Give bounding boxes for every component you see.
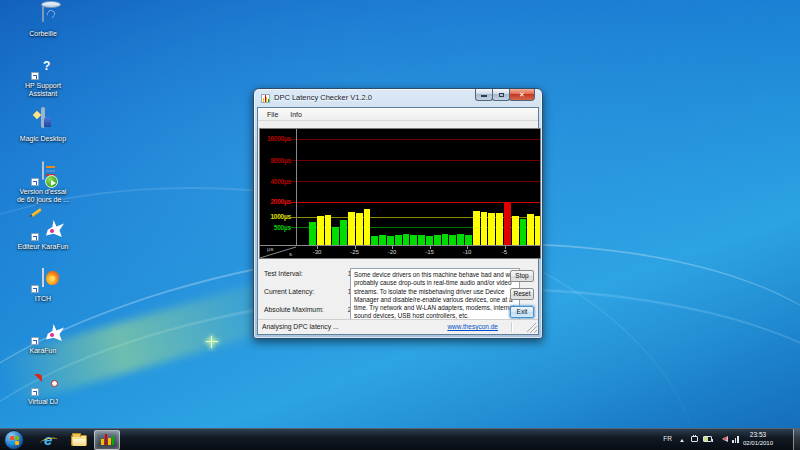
menu-item-file[interactable]: File: [262, 110, 283, 119]
latency-bar: [418, 235, 425, 245]
desktop-icon-label: HP SupportAssistant: [15, 82, 71, 97]
language-indicator[interactable]: FR: [663, 435, 672, 442]
latency-bar: [473, 211, 480, 245]
maximize-icon: [499, 93, 504, 97]
desktop-icon-label: Virtual DJ: [15, 398, 71, 406]
desktop-icon-label: Version d'essaide 60 jours de ...: [15, 188, 71, 203]
maximize-button[interactable]: [492, 89, 510, 101]
battery-icon[interactable]: [703, 436, 712, 442]
minimize-button[interactable]: [475, 89, 493, 101]
x-axis: -30-25-20-15-10-5: [296, 245, 540, 258]
reset-button[interactable]: Reset: [510, 288, 534, 300]
recycle-bin-icon: [31, 4, 55, 28]
latency-bar: [395, 235, 402, 245]
clock[interactable]: 23:53 02/01/2010: [738, 431, 778, 447]
chart-plot-area: [296, 129, 540, 245]
desktop-icon-karafun-editor[interactable]: Editeur KaraFun: [15, 217, 71, 251]
desktop-icon-magic-desktop[interactable]: Magic Desktop: [15, 109, 71, 143]
stat-label: Current Latency:: [264, 288, 314, 295]
resize-grip[interactable]: [527, 323, 537, 333]
x-unit-label: s: [289, 251, 292, 257]
folder-icon: [71, 435, 87, 446]
y-axis-label-8000: 8000µs: [270, 157, 291, 165]
app-icon: [261, 94, 270, 103]
latency-bar: [340, 220, 347, 245]
latency-bar: [512, 216, 519, 245]
action-buttons: StopResetExit: [510, 270, 534, 324]
desktop-icon-trial[interactable]: Version d'essaide 60 jours de ...: [15, 162, 71, 203]
trial-icon: [31, 162, 55, 186]
taskbar-item-internet-explorer[interactable]: e: [38, 430, 64, 450]
power-plug-icon[interactable]: [691, 436, 698, 442]
desktop: CorbeilleHP SupportAssistantMagic Deskto…: [0, 0, 800, 450]
latency-bar: [387, 236, 394, 245]
latency-bar: [449, 235, 456, 245]
trial-art: [42, 161, 44, 180]
taskbar: e FR 23:53 02/01/2010: [0, 428, 800, 450]
minimize-icon: [481, 95, 487, 97]
shortcut-arrow-icon: [31, 233, 39, 241]
desktop-icon-label: Magic Desktop: [15, 135, 71, 143]
desktop-icon-virtual-dj[interactable]: Virtual DJ: [15, 372, 71, 406]
menu-item-info[interactable]: Info: [285, 110, 307, 119]
latency-bar: [457, 234, 464, 245]
desktop-icon-label: Corbeille: [15, 30, 71, 38]
info-text-box: Some device drivers on this machine beha…: [350, 268, 520, 321]
x-axis-label: -20: [382, 249, 402, 255]
exit-button[interactable]: Exit: [510, 306, 534, 318]
latency-bar: [356, 213, 363, 245]
latency-bar: [317, 216, 324, 245]
bird-icon: [46, 219, 64, 237]
show-desktop-button[interactable]: [793, 429, 800, 450]
latency-bar: [527, 214, 534, 245]
desktop-icon-label: KaraFun: [15, 347, 71, 355]
latency-bar: [309, 222, 316, 245]
stat-label: Absolute Maximum:: [264, 306, 324, 313]
y-axis-label-500: 500µs: [274, 224, 291, 232]
dpc-app-icon: [101, 434, 114, 445]
magic-desktop-icon: [31, 109, 55, 133]
y-axis-label-1000: 1000µs: [270, 213, 291, 221]
x-axis-label: -30: [307, 249, 327, 255]
desktop-icon-itch[interactable]: ITCH: [15, 269, 71, 303]
itch-art: [42, 268, 44, 287]
clock-time: 23:53: [738, 431, 778, 439]
y-axis-labels: 500µs1000µs2000µs4000µs8000µs16000µs: [260, 129, 296, 245]
virtual-dj-icon: [31, 372, 55, 396]
stat-row: Current Latency:1233 µs: [264, 286, 348, 304]
y-axis-label-16000: 16000µs: [267, 135, 291, 143]
stop-button[interactable]: Stop: [510, 270, 534, 282]
gridline-16000: [297, 139, 540, 140]
shortcut-arrow-icon: [31, 72, 39, 80]
menubar: FileInfo: [258, 108, 538, 121]
start-button[interactable]: [4, 430, 24, 450]
desktop-icon-label: Editeur KaraFun: [15, 243, 71, 251]
desktop-icon-karafun[interactable]: KaraFun: [15, 321, 71, 355]
desktop-icon-hp-support[interactable]: HP SupportAssistant: [15, 56, 71, 97]
latency-bar: [496, 213, 503, 246]
window-title: DPC Latency Checker V1.2.0: [274, 93, 372, 102]
shortcut-arrow-icon: [31, 337, 39, 345]
x-axis-label: -25: [345, 249, 365, 255]
taskbar-item-dpc-latency-checker[interactable]: [94, 430, 120, 450]
latency-chart: 500µs1000µs2000µs4000µs8000µs16000µs -30…: [259, 128, 541, 259]
axis-unit-corner: µs s: [260, 245, 296, 258]
latency-bar: [442, 234, 449, 245]
x-axis-label: -15: [420, 249, 440, 255]
close-button[interactable]: ✕: [509, 89, 535, 101]
desktop-icon-recycle-bin[interactable]: Corbeille: [15, 4, 71, 38]
window-client-area: FileInfo 500µs1000µs2000µs4000µs8000µs16…: [257, 107, 539, 335]
thesycon-link[interactable]: www.thesycon.de: [447, 323, 498, 330]
play-badge-icon: [45, 175, 58, 188]
shortcut-arrow-icon: [31, 178, 39, 186]
gridline-8000: [297, 160, 540, 161]
latency-bar: [348, 212, 355, 245]
hidden-icons-chevron-icon[interactable]: [680, 439, 684, 442]
taskbar-item-explorer[interactable]: [66, 430, 92, 450]
magic-desktop-art: [41, 107, 45, 128]
stat-label: Test Interval:: [264, 270, 303, 277]
titlebar[interactable]: DPC Latency Checker V1.2.0 ✕: [254, 89, 542, 107]
volume-muted-icon[interactable]: [722, 436, 728, 442]
x-axis-label: -10: [457, 249, 477, 255]
latency-bar: [403, 234, 410, 245]
